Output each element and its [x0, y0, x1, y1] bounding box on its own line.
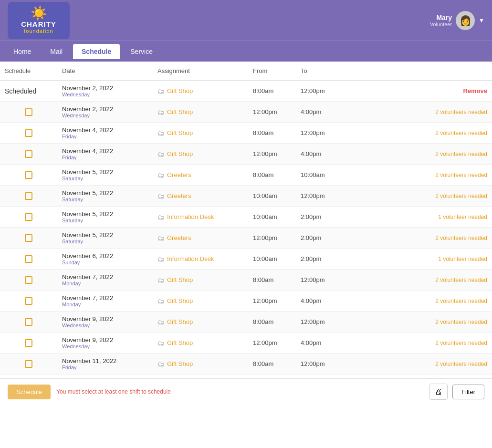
date-main: November 2, 2022: [62, 105, 148, 113]
assignment-cell: 🗂Information Desk: [153, 207, 248, 228]
assignment-link[interactable]: Gift Shop: [167, 87, 193, 94]
volunteers-needed: 2 volunteers needed: [435, 361, 487, 367]
to-time: 4:00pm: [301, 108, 321, 115]
assignment-link[interactable]: Gift Shop: [167, 318, 193, 325]
from-time: 8:00am: [253, 360, 273, 367]
schedule-cell: [0, 186, 57, 207]
action-cell: 1 volunteer needed: [344, 249, 492, 270]
table-row: November 5, 2022Saturday🗂Greeters10:00am…: [0, 186, 492, 207]
assignment-content: 🗂Gift Shop: [157, 318, 243, 326]
from-cell: 12:00pm: [248, 102, 296, 123]
briefcase-icon: 🗂: [157, 150, 164, 158]
action-cell: 1 volunteer needed: [344, 207, 492, 228]
logo-sun-icon: ☀️: [31, 7, 47, 20]
checkbox-cell: [5, 297, 52, 305]
date-main: November 5, 2022: [62, 168, 148, 176]
chevron-down-icon[interactable]: ▼: [479, 17, 484, 24]
shift-checkbox[interactable]: [25, 234, 32, 242]
nav-home[interactable]: Home: [5, 44, 40, 59]
briefcase-icon: 🗂: [157, 87, 164, 95]
from-cell: 8:00am: [248, 312, 296, 333]
assignment-link[interactable]: Gift Shop: [167, 360, 193, 367]
assignment-link[interactable]: Greeters: [167, 234, 191, 241]
assignment-cell: 🗂Greeters: [153, 186, 248, 207]
assignment-link[interactable]: Gift Shop: [167, 297, 193, 304]
date-main: November 5, 2022: [62, 231, 148, 239]
schedule-button[interactable]: Schedule: [8, 385, 51, 399]
assignment-content: 🗂Information Desk: [157, 255, 243, 263]
col-header-date: Date: [57, 62, 153, 81]
date-main: November 6, 2022: [62, 252, 148, 260]
shift-checkbox[interactable]: [25, 276, 32, 284]
col-header-assignment: Assignment: [153, 62, 248, 81]
nav-schedule[interactable]: Schedule: [73, 44, 120, 59]
schedule-cell: [0, 123, 57, 144]
checkbox-cell: [5, 150, 52, 158]
table-row: November 9, 2022Wednesday🗂Gift Shop12:00…: [0, 333, 492, 354]
remove-button[interactable]: Remove: [463, 87, 487, 94]
schedule-table: Schedule Date Assignment From To Schedul…: [0, 62, 492, 375]
checkbox-cell: [5, 213, 52, 221]
shift-checkbox[interactable]: [25, 255, 32, 263]
date-main: November 4, 2022: [62, 126, 148, 134]
shift-checkbox[interactable]: [25, 360, 32, 368]
from-time: 12:00pm: [253, 339, 277, 346]
date-cell: November 9, 2022Wednesday: [57, 312, 153, 333]
from-cell: 8:00am: [248, 270, 296, 291]
action-cell: 2 volunteers needed: [344, 123, 492, 144]
action-cell: 2 volunteers needed: [344, 291, 492, 312]
shift-checkbox[interactable]: [25, 297, 32, 305]
assignment-link[interactable]: Gift Shop: [167, 339, 193, 346]
assignment-link[interactable]: Gift Shop: [167, 129, 193, 136]
shift-checkbox[interactable]: [25, 318, 32, 326]
date-day: Wednesday: [62, 344, 148, 349]
filter-button[interactable]: Filter: [452, 385, 484, 399]
nav-service[interactable]: Service: [122, 44, 161, 59]
nav-mail[interactable]: Mail: [42, 44, 71, 59]
action-cell: 2 volunteers needed: [344, 102, 492, 123]
table-row: November 6, 2022Sunday🗂Information Desk1…: [0, 249, 492, 270]
assignment-link[interactable]: Greeters: [167, 171, 191, 178]
date-main: November 9, 2022: [62, 336, 148, 344]
date-day: Friday: [62, 365, 148, 370]
date-day: Monday: [62, 302, 148, 307]
shift-checkbox[interactable]: [25, 192, 32, 200]
shift-checkbox[interactable]: [25, 171, 32, 179]
date-cell: November 9, 2022Wednesday: [57, 333, 153, 354]
from-time: 8:00am: [253, 129, 273, 136]
scheduled-label: Scheduled: [5, 87, 36, 95]
assignment-cell: 🗂Gift Shop: [153, 144, 248, 165]
col-header-from: From: [248, 62, 296, 81]
print-button[interactable]: 🖨: [429, 384, 448, 400]
shift-checkbox[interactable]: [25, 108, 32, 116]
action-cell: 2 volunteers needed: [344, 228, 492, 249]
from-cell: 8:00am: [248, 81, 296, 102]
to-cell: 10:00am: [296, 165, 344, 186]
assignment-link[interactable]: Information Desk: [167, 213, 214, 220]
volunteers-needed: 2 volunteers needed: [435, 319, 487, 325]
assignment-link[interactable]: Gift Shop: [167, 108, 193, 115]
shift-checkbox[interactable]: [25, 150, 32, 158]
user-info: Mary Volunteer: [430, 14, 452, 27]
from-time: 12:00pm: [253, 108, 277, 115]
from-cell: 10:00am: [248, 249, 296, 270]
shift-checkbox[interactable]: [25, 129, 32, 137]
shift-checkbox[interactable]: [25, 339, 32, 347]
assignment-link[interactable]: Gift Shop: [167, 150, 193, 157]
checkbox-cell: [5, 318, 52, 326]
col-header-to: To: [296, 62, 344, 81]
from-cell: 12:00pm: [248, 144, 296, 165]
assignment-link[interactable]: Gift Shop: [167, 276, 193, 283]
assignment-link[interactable]: Information Desk: [167, 255, 214, 262]
table-row: November 2, 2022Wednesday🗂Gift Shop12:00…: [0, 102, 492, 123]
volunteers-needed: 2 volunteers needed: [435, 235, 487, 241]
assignment-link[interactable]: Greeters: [167, 192, 191, 199]
shift-checkbox[interactable]: [25, 213, 32, 221]
assignment-content: 🗂Information Desk: [157, 213, 243, 221]
to-cell: 4:00pm: [296, 333, 344, 354]
to-cell: 12:00pm: [296, 312, 344, 333]
briefcase-icon: 🗂: [157, 213, 164, 221]
date-cell: November 5, 2022Saturday: [57, 228, 153, 249]
col-header-action: [344, 62, 492, 81]
action-cell[interactable]: Remove: [344, 81, 492, 102]
